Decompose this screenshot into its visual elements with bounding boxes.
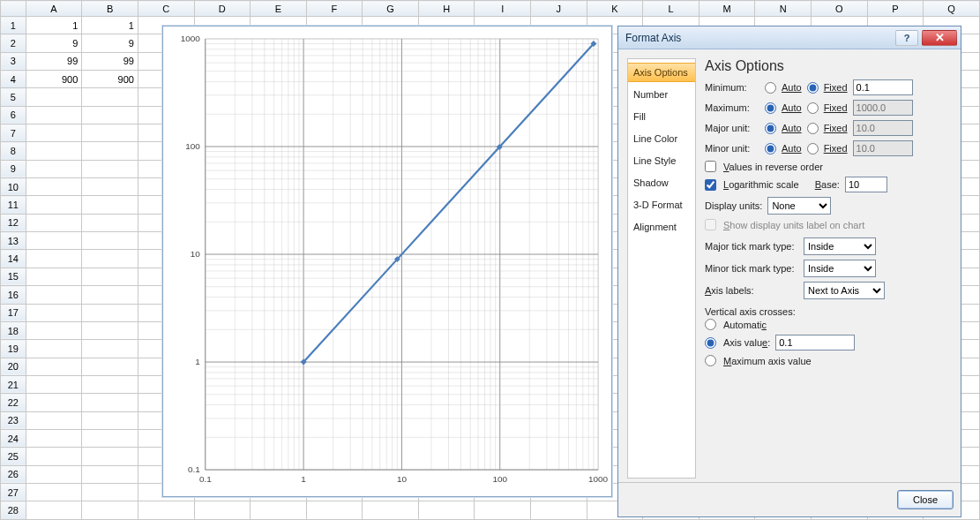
row-header-18[interactable]: 18: [1, 321, 26, 339]
cell-B7[interactable]: [82, 124, 138, 142]
minimum-auto-radio[interactable]: [765, 82, 776, 94]
minor-tick-select[interactable]: Inside: [804, 260, 876, 277]
cell-B5[interactable]: [82, 88, 138, 106]
column-header-A[interactable]: A: [26, 1, 82, 17]
log-scale-checkbox[interactable]: [705, 179, 716, 191]
minor-auto-radio[interactable]: [765, 143, 776, 154]
row-header-20[interactable]: 20: [1, 358, 26, 375]
cell-B26[interactable]: [82, 465, 138, 483]
row-header-9[interactable]: 9: [1, 160, 26, 177]
cell-B20[interactable]: [82, 358, 138, 375]
row-header-1[interactable]: 1: [1, 17, 26, 34]
cell-B18[interactable]: [82, 321, 138, 339]
column-header-D[interactable]: D: [194, 1, 251, 17]
cell-A19[interactable]: [26, 340, 82, 358]
cell-A16[interactable]: [26, 286, 82, 304]
cell-B8[interactable]: [82, 142, 138, 160]
cell-B24[interactable]: [82, 429, 138, 447]
cell-A8[interactable]: [26, 142, 82, 160]
log-base-input[interactable]: [845, 177, 887, 192]
major-tick-select[interactable]: Inside: [804, 237, 876, 255]
cell-D28[interactable]: [194, 501, 251, 520]
column-header-G[interactable]: G: [363, 1, 419, 17]
cell-A9[interactable]: [26, 160, 82, 177]
row-header-8[interactable]: 8: [1, 142, 26, 160]
cell-A26[interactable]: [26, 465, 82, 483]
cell-B15[interactable]: [82, 268, 138, 285]
cell-A4[interactable]: 900: [26, 71, 82, 88]
row-header-12[interactable]: 12: [1, 214, 26, 231]
cell-A1[interactable]: 1: [26, 17, 82, 34]
close-icon[interactable]: ✕: [922, 30, 957, 46]
minor-fixed-radio[interactable]: [807, 143, 819, 154]
cell-A15[interactable]: [26, 268, 82, 285]
cell-A27[interactable]: [26, 483, 82, 501]
display-units-select[interactable]: None: [767, 197, 831, 215]
column-header-E[interactable]: E: [251, 1, 307, 17]
cell-B2[interactable]: 9: [82, 34, 138, 52]
cell-B23[interactable]: [82, 411, 138, 429]
cell-C28[interactable]: [138, 501, 194, 520]
cell-A28[interactable]: [26, 501, 82, 520]
row-header-24[interactable]: 24: [1, 429, 26, 447]
cell-B25[interactable]: [82, 448, 138, 465]
column-header-J[interactable]: J: [531, 1, 587, 17]
vac-axis-value-input[interactable]: [775, 335, 855, 350]
cell-A12[interactable]: [26, 214, 82, 231]
cell-B11[interactable]: [82, 196, 138, 214]
cell-F28[interactable]: [306, 501, 363, 520]
nav-item-fill[interactable]: Fill: [628, 107, 695, 126]
cell-B28[interactable]: [82, 501, 138, 520]
cell-A5[interactable]: [26, 88, 82, 106]
row-header-2[interactable]: 2: [1, 34, 26, 52]
cell-A20[interactable]: [26, 358, 82, 375]
select-all-corner[interactable]: [1, 1, 26, 17]
nav-item-line-style[interactable]: Line Style: [628, 151, 695, 170]
cell-B16[interactable]: [82, 286, 138, 304]
row-header-15[interactable]: 15: [1, 268, 26, 285]
row-header-16[interactable]: 16: [1, 286, 26, 304]
nav-item-3-d-format[interactable]: 3-D Format: [628, 195, 695, 215]
row-header-11[interactable]: 11: [1, 196, 26, 214]
help-button[interactable]: ?: [895, 30, 918, 46]
cell-B19[interactable]: [82, 340, 138, 358]
cell-A10[interactable]: [26, 178, 82, 196]
cell-B17[interactable]: [82, 304, 138, 321]
cell-G28[interactable]: [363, 501, 419, 520]
row-header-13[interactable]: 13: [1, 232, 26, 250]
vac-auto-radio[interactable]: [705, 319, 716, 330]
cell-B9[interactable]: [82, 160, 138, 177]
row-header-28[interactable]: 28: [1, 501, 26, 520]
minimum-input[interactable]: [853, 79, 913, 95]
cell-B6[interactable]: [82, 106, 138, 124]
row-header-19[interactable]: 19: [1, 340, 26, 358]
cell-B4[interactable]: 900: [82, 71, 138, 88]
major-auto-radio[interactable]: [765, 123, 776, 134]
cell-A22[interactable]: [26, 394, 82, 411]
cell-B21[interactable]: [82, 375, 138, 393]
cell-B10[interactable]: [82, 178, 138, 196]
column-header-Q[interactable]: Q: [924, 1, 980, 17]
cell-B27[interactable]: [82, 483, 138, 501]
row-header-23[interactable]: 23: [1, 411, 26, 429]
row-header-27[interactable]: 27: [1, 483, 26, 501]
row-header-17[interactable]: 17: [1, 304, 26, 321]
row-header-6[interactable]: 6: [1, 106, 26, 124]
row-header-3[interactable]: 3: [1, 52, 26, 70]
close-button[interactable]: Close: [897, 490, 954, 509]
cell-H28[interactable]: [418, 501, 475, 520]
cell-A21[interactable]: [26, 375, 82, 393]
column-header-P[interactable]: P: [867, 1, 924, 17]
cell-A24[interactable]: [26, 429, 82, 447]
nav-item-shadow[interactable]: Shadow: [628, 173, 695, 192]
cell-A11[interactable]: [26, 196, 82, 214]
vac-max-radio[interactable]: [705, 355, 716, 366]
column-header-C[interactable]: C: [138, 1, 194, 17]
cell-A7[interactable]: [26, 124, 82, 142]
column-header-L[interactable]: L: [643, 1, 699, 17]
cell-A3[interactable]: 99: [26, 52, 82, 70]
minimum-fixed-radio[interactable]: [807, 82, 819, 94]
cell-A18[interactable]: [26, 321, 82, 339]
column-header-O[interactable]: O: [812, 1, 868, 17]
cell-B22[interactable]: [82, 394, 138, 411]
